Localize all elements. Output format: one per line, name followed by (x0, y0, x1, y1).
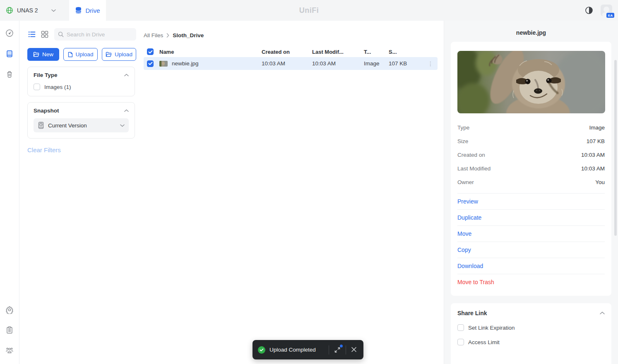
chevron-down-icon (120, 124, 125, 127)
file-metadata: TypeImage Size107 KB Created on10:03 AM … (457, 121, 605, 189)
chevron-up-icon (124, 74, 129, 77)
detail-row-type: TypeImage (457, 121, 605, 134)
avatar[interactable]: EA (601, 5, 612, 16)
file-preview-image (457, 51, 605, 113)
details-title: newbie.jpg (444, 29, 618, 36)
file-size: 107 KB (389, 60, 423, 67)
theme-toggle-icon[interactable] (585, 6, 593, 14)
log-icon[interactable] (5, 326, 14, 334)
share-link-header[interactable]: Share Link (457, 310, 605, 316)
file-thumbnail (159, 61, 168, 67)
chevron-down-icon (51, 9, 56, 12)
list-view-icon[interactable] (27, 30, 36, 39)
details-panel: newbie.jpg (444, 21, 618, 364)
breadcrumb-chevron-icon (166, 33, 169, 38)
drive-icon[interactable] (5, 50, 14, 58)
folder-icon (33, 52, 39, 57)
left-icon-rail (0, 21, 19, 364)
download-action[interactable]: Download (457, 258, 605, 274)
upload-toast: Upload Completed (252, 340, 363, 359)
clear-filters-link[interactable]: Clear Filters (27, 146, 144, 153)
toast-message: Upload Completed (269, 347, 324, 353)
share-link-card: Share Link Set Link Expiration Access Li… (451, 303, 611, 364)
column-type[interactable]: T... (364, 49, 389, 55)
table-header: Name Created on Last Modif... T... S... (144, 46, 438, 57)
file-name: newbie.jpg (172, 60, 199, 67)
select-all-checkbox[interactable] (147, 48, 154, 55)
notification-dot (340, 345, 343, 347)
avatar-placeholder-icon (604, 7, 609, 12)
gear-icon[interactable] (5, 306, 14, 314)
move-action[interactable]: Move (457, 225, 605, 242)
tab-drive-label: Drive (85, 7, 100, 14)
share-option-expiration[interactable]: Set Link Expiration (457, 324, 605, 331)
console-name: UNAS 2 (17, 7, 38, 14)
snapshot-icon (38, 122, 44, 129)
tab-drive[interactable]: Drive (69, 0, 106, 21)
access-limit-checkbox[interactable] (457, 339, 464, 345)
search-input[interactable] (67, 31, 133, 38)
detail-row-owner: OwnerYou (457, 175, 605, 189)
top-bar: UniFi UNAS 2 Drive EA (0, 0, 618, 21)
snapshot-selected-value: Current Version (48, 122, 120, 129)
share-option-access-limit[interactable]: Access Limit (457, 339, 605, 345)
column-created-on[interactable]: Created on (262, 49, 312, 55)
preview-action[interactable]: Preview (457, 193, 605, 209)
upload-folder-button[interactable]: Upload (102, 48, 136, 61)
images-checkbox[interactable] (34, 84, 40, 90)
trash-icon[interactable] (5, 70, 14, 79)
file-type-filter-card: File Type Images (1) (27, 67, 135, 96)
folder-icon (106, 52, 112, 57)
detail-row-modified: Last Modified10:03 AM (457, 162, 605, 175)
file-actions: Preview Duplicate Move Copy Download Mov… (457, 193, 605, 290)
column-size[interactable]: S... (389, 49, 423, 55)
snapshot-filter-card: Snapshot Current Version (27, 102, 135, 139)
copy-action[interactable]: Copy (457, 242, 605, 258)
file-details-card: TypeImage Size107 KB Created on10:03 AM … (451, 42, 611, 296)
search-box[interactable] (54, 28, 136, 41)
dashboard-gauge-icon[interactable] (5, 29, 14, 37)
avatar-badge: EA (606, 13, 614, 18)
filter-option-images[interactable]: Images (1) (34, 84, 129, 90)
file-browser: All Files Sloth_Drive Name Created on La… (144, 21, 444, 364)
file-icon (68, 52, 73, 57)
grid-view-icon[interactable] (40, 30, 49, 39)
file-created-on: 10:03 AM (262, 60, 312, 67)
globe-icon (6, 7, 13, 14)
file-type: Image (364, 60, 389, 67)
search-icon (58, 31, 64, 37)
chevron-up-icon (600, 311, 605, 315)
chevron-up-icon (124, 109, 129, 112)
snapshot-header[interactable]: Snapshot (34, 108, 129, 114)
kebab-menu-icon[interactable]: ⋮ (423, 60, 438, 67)
column-name[interactable]: Name (159, 49, 262, 55)
duplicate-action[interactable]: Duplicate (457, 209, 605, 225)
column-last-modified[interactable]: Last Modif... (312, 49, 364, 55)
table-row[interactable]: newbie.jpg 10:03 AM 10:03 AM Image 107 K… (144, 57, 438, 70)
detail-row-created: Created on10:03 AM (457, 148, 605, 162)
breadcrumb-current: Sloth_Drive (173, 32, 204, 38)
filter-panel: New Upload Upload File Type (19, 21, 144, 364)
snapshot-version-dropdown[interactable]: Current Version (34, 118, 129, 132)
database-icon (75, 7, 82, 14)
close-icon[interactable] (351, 346, 358, 354)
file-type-header[interactable]: File Type (34, 72, 129, 78)
scrollbar-thumb[interactable] (614, 60, 617, 236)
file-last-modified: 10:03 AM (312, 60, 364, 67)
upload-file-button[interactable]: Upload (63, 48, 98, 61)
breadcrumb-all-files[interactable]: All Files (144, 32, 163, 38)
breadcrumb: All Files Sloth_Drive (144, 31, 444, 39)
console-selector[interactable]: UNAS 2 (0, 0, 69, 21)
users-icon[interactable] (5, 346, 14, 354)
row-checkbox[interactable] (147, 60, 154, 67)
success-check-icon (258, 346, 265, 354)
link-expiration-checkbox[interactable] (457, 324, 464, 331)
detail-row-size: Size107 KB (457, 134, 605, 148)
new-button[interactable]: New (27, 48, 59, 61)
move-to-trash-action[interactable]: Move to Trash (457, 274, 605, 290)
expand-icon[interactable] (334, 346, 341, 354)
